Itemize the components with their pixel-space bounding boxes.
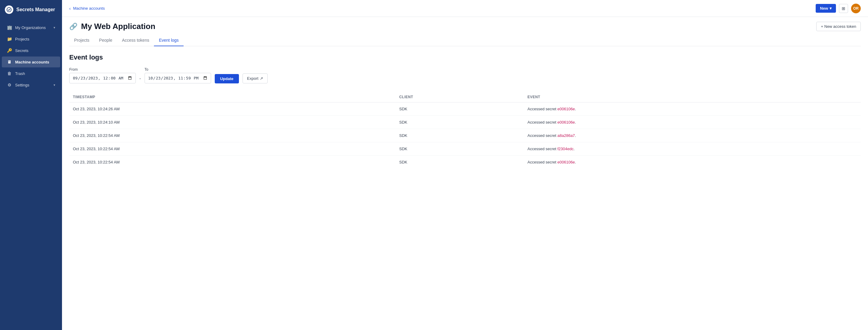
sidebar-item-secrets[interactable]: 🔑 Secrets [2,45,60,56]
update-button[interactable]: Update [215,74,239,84]
export-icon: ↗ [260,76,263,81]
page-title-row: 🔗 My Web Application + New access token [69,22,861,31]
app-name: Secrets Manager [16,7,55,12]
main-content: ‹ Machine accounts New ▾ ⊞ OR 🔗 My Web A… [62,0,868,330]
new-access-token-label: + New access token [821,24,856,29]
event-suffix: . [575,133,576,138]
export-button[interactable]: Export ↗ [243,73,268,84]
event-text: Accessed secret [527,160,557,164]
sidebar-item-projects[interactable]: 📁 Projects [2,34,60,44]
filter-row: From - To Update Export ↗ [69,67,861,84]
avatar[interactable]: OR [851,4,861,13]
to-label: To [145,67,211,72]
sidebar-item-my-organizations[interactable]: 🏢 My Organizations ▾ [2,22,60,33]
projects-icon: 📁 [7,37,12,41]
page-title-text: My Web Application [81,22,155,31]
to-date-input[interactable] [145,73,211,84]
topbar: ‹ Machine accounts New ▾ ⊞ OR [62,0,868,17]
page-title: 🔗 My Web Application [69,22,155,31]
event-text: Accessed secret [527,107,557,111]
tabs: Projects People Access tokens Event logs [69,35,861,46]
chevron-down-icon: ▾ [54,83,55,87]
cell-timestamp: Oct 23, 2023, 10:22:54 AM [69,142,396,156]
breadcrumb-back-icon: ‹ [69,6,71,11]
table-row: Oct 23, 2023, 10:22:54 AMSDKAccessed sec… [69,129,861,142]
export-label: Export [247,76,258,81]
organizations-icon: 🏢 [7,25,12,30]
trash-icon: 🗑 [7,71,12,76]
tab-label: Event logs [159,38,179,43]
machine-account-title-icon: 🔗 [69,23,78,31]
secrets-icon: 🔑 [7,48,12,53]
machine-accounts-icon: 🖥 [7,60,12,64]
breadcrumb-link[interactable]: Machine accounts [73,6,105,10]
col-timestamp: Timestamp [69,92,396,102]
cell-client: SDK [396,102,524,116]
event-suffix: . [575,160,576,164]
event-text: Accessed secret [527,133,557,138]
table-row: Oct 23, 2023, 10:24:26 AMSDKAccessed sec… [69,102,861,116]
sidebar-item-settings[interactable]: ⚙ Settings ▾ [2,79,60,90]
section-title: Event logs [69,54,861,61]
from-label: From [69,67,136,72]
secret-id-link[interactable]: f2304edc [557,146,574,151]
sidebar-nav: 🏢 My Organizations ▾ 📁 Projects 🔑 Secret… [0,19,62,330]
cell-event: Accessed secret e006106e. [524,102,861,116]
cell-timestamp: Oct 23, 2023, 10:24:10 AM [69,116,396,129]
topbar-right: New ▾ ⊞ OR [816,4,861,13]
table-row: Oct 23, 2023, 10:24:10 AMSDKAccessed sec… [69,116,861,129]
cell-client: SDK [396,156,524,169]
sidebar: Secrets Manager 🏢 My Organizations ▾ 📁 P… [0,0,62,330]
cell-event: Accessed secret e006106e. [524,116,861,129]
table-row: Oct 23, 2023, 10:22:54 AMSDKAccessed sec… [69,156,861,169]
secret-id-link[interactable]: e006106e [557,107,575,111]
cell-client: SDK [396,116,524,129]
secret-id-link[interactable]: e006106e [557,120,575,125]
sidebar-item-label: Trash [15,71,25,76]
cell-event: Accessed secret a8a286a7. [524,129,861,142]
cell-timestamp: Oct 23, 2023, 10:22:54 AM [69,129,396,142]
cell-client: SDK [396,142,524,156]
sidebar-item-machine-accounts[interactable]: 🖥 Machine accounts [2,57,60,67]
cell-event: Accessed secret f2304edc. [524,142,861,156]
event-suffix: . [575,107,576,111]
col-client: Client [396,92,524,102]
secret-id-link[interactable]: e006106e [557,160,575,164]
new-button[interactable]: New ▾ [816,4,836,13]
tab-event-logs[interactable]: Event logs [154,35,183,46]
event-text: Accessed secret [527,120,557,125]
sidebar-item-trash[interactable]: 🗑 Trash [2,68,60,79]
secret-id-link[interactable]: a8a286a7 [557,133,575,138]
content-area: Event logs From - To Update Export ↗ Tim… [62,46,868,176]
sidebar-item-label: Projects [15,37,29,41]
col-event: Event [524,92,861,102]
grid-view-button[interactable]: ⊞ [839,4,848,13]
app-logo: Secrets Manager [0,0,62,19]
tab-label: Access tokens [122,38,149,43]
chevron-down-icon: ▾ [830,6,832,10]
table-row: Oct 23, 2023, 10:22:54 AMSDKAccessed sec… [69,142,861,156]
topbar-left: ‹ Machine accounts [69,6,105,11]
sidebar-item-label: My Organizations [15,25,46,30]
cell-client: SDK [396,129,524,142]
tab-label: Projects [74,38,90,43]
tab-projects[interactable]: Projects [69,35,94,46]
chevron-down-icon: ▾ [54,26,55,30]
settings-icon: ⚙ [7,82,12,87]
from-date-input[interactable] [69,73,136,84]
event-suffix: . [575,120,576,125]
cell-timestamp: Oct 23, 2023, 10:22:54 AM [69,156,396,169]
logo-icon [5,5,13,14]
event-log-table: Timestamp Client Event Oct 23, 2023, 10:… [69,92,861,169]
new-access-token-button[interactable]: + New access token [816,22,861,31]
to-filter-group: To [145,67,211,84]
date-range-separator: - [140,76,141,84]
event-suffix: . [574,146,575,151]
avatar-initials: OR [853,6,859,10]
tab-access-tokens[interactable]: Access tokens [117,35,154,46]
from-filter-group: From [69,67,136,84]
new-button-label: New [820,6,828,10]
sidebar-item-label: Secrets [15,48,28,53]
tab-people[interactable]: People [94,35,117,46]
tab-label: People [99,38,113,43]
